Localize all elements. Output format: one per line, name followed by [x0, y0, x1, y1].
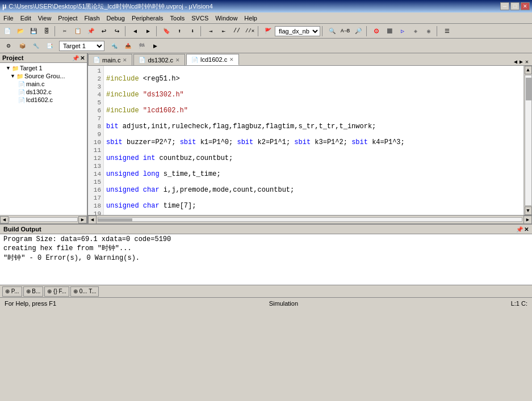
tab-lcd1602[interactable]: 📄 lcd1602.c ✕ [186, 54, 239, 65]
project-panel: Project 📌 ✕ ▼ 📁 Target 1 ▼ 📁 [0, 53, 88, 223]
target-icon7[interactable]: 🏁 [135, 40, 148, 52]
tab-close-all[interactable]: ✕ [525, 58, 529, 65]
vscroll-thumb[interactable] [526, 78, 532, 100]
scroll-left-arrow[interactable]: ◀ [0, 216, 9, 223]
tab-mainc[interactable]: 📄 main.c ✕ [88, 54, 132, 65]
bt-btn-b[interactable]: ⊕ B... [23, 286, 44, 297]
cut-button[interactable]: ✂ [58, 25, 71, 37]
titlebar-right: ─ □ ✕ [500, 2, 530, 10]
new-button[interactable]: 📄 [1, 25, 14, 37]
tree-item-main[interactable]: 📄 main.c [1, 80, 86, 88]
project-header: Project 📌 ✕ [0, 53, 87, 63]
titlebar: μ C:\Users\USER\Desktop\51黑论坛_lcd时钟\lcd时… [0, 0, 532, 12]
redo-button[interactable]: ↪ [111, 25, 123, 37]
dbg2-btn[interactable]: ◈ [409, 25, 422, 37]
nav-forward[interactable]: ▶ [142, 25, 154, 37]
target-icon8[interactable]: ▶ [149, 40, 161, 52]
target-icon4[interactable]: 📑 [43, 40, 56, 52]
tab-lcd1602-close[interactable]: ✕ [229, 57, 234, 62]
vscroll-track[interactable] [525, 75, 532, 206]
tab-ds1302[interactable]: 📄 ds1302.c ✕ [133, 54, 185, 65]
open-button[interactable]: 📂 [14, 25, 27, 37]
tree-item-target1[interactable]: ▼ 📁 Target 1 [1, 64, 86, 72]
indent-button[interactable]: ⇥ [204, 25, 217, 37]
menu-window[interactable]: Window [212, 14, 241, 23]
vscroll-down[interactable]: ▼ [525, 206, 532, 215]
menu-peripherals[interactable]: Peripherals [128, 14, 167, 23]
undo-button[interactable]: ↩ [98, 25, 110, 37]
project-pin-icon[interactable]: 📌 [72, 55, 79, 61]
hscroll-right[interactable]: ▶ [523, 216, 532, 224]
save-button[interactable]: 💾 [27, 25, 40, 37]
build-btn[interactable]: ⚙ [370, 25, 383, 37]
replace-button[interactable]: A→B [339, 25, 351, 37]
flag-combo[interactable]: flag_dx_nb [275, 26, 320, 36]
tab-mainc-icon: 📄 [93, 57, 100, 63]
target-prev[interactable]: ⚙ [2, 40, 15, 52]
nav-back[interactable]: ◀ [129, 25, 141, 37]
sep8 [437, 26, 439, 36]
vscroll-up[interactable]: ▲ [525, 66, 532, 74]
tree-item-lcd1602[interactable]: 📄 lcd1602.c [1, 96, 86, 104]
maximize-button[interactable]: □ [510, 2, 520, 10]
group-icon: 📁 [16, 73, 23, 79]
scroll-track[interactable] [9, 217, 78, 222]
menu-help[interactable]: Help [241, 14, 261, 23]
project-close-icon[interactable]: ✕ [80, 55, 85, 61]
bt-btn-f[interactable]: ⊕ {} F... [44, 286, 69, 297]
target-icon2[interactable]: 📦 [16, 40, 28, 52]
search-button2[interactable]: 🔎 [352, 25, 365, 37]
project-hscroll[interactable]: ◀ ▶ [0, 215, 87, 223]
tab-ds1302-close[interactable]: ✕ [175, 57, 180, 63]
bt-btn-p[interactable]: ⊕ P... [2, 286, 22, 297]
ds1302c-label: ds1302.c [26, 88, 52, 95]
unindent-button[interactable]: ⇤ [217, 25, 230, 37]
menu-view[interactable]: View [35, 14, 55, 23]
flag-btn[interactable]: 🚩 [262, 25, 274, 37]
hscroll-track[interactable] [98, 217, 522, 222]
menu-edit[interactable]: Edit [17, 14, 35, 23]
tree-item-ds1302[interactable]: 📄 ds1302.c [1, 88, 86, 96]
menu-flash[interactable]: Flash [81, 14, 103, 23]
tree-item-sourcegroup[interactable]: ▼ 📁 Source Grou... [1, 72, 86, 80]
minimize-button[interactable]: ─ [500, 2, 509, 10]
menu-tools[interactable]: Tools [167, 14, 188, 23]
stop-btn[interactable]: ⏹ [383, 25, 396, 37]
scroll-right-arrow[interactable]: ▶ [78, 216, 87, 223]
copy-button[interactable]: 📋 [72, 25, 84, 37]
target-icon3[interactable]: 🔧 [30, 40, 42, 52]
save-all-button[interactable]: 🗄 [40, 25, 53, 37]
paste-button[interactable]: 📌 [85, 25, 97, 37]
build-pin-icon[interactable]: 📌 [516, 226, 523, 233]
target-expand-icon: ▼ [6, 65, 11, 71]
close-button[interactable]: ✕ [521, 2, 530, 10]
menu-debug[interactable]: Debug [103, 14, 128, 23]
extra-btn[interactable]: ☰ [441, 25, 453, 37]
editor-content[interactable]: 1234567891011121314151617181920212223242… [88, 66, 532, 215]
hscroll-thumb[interactable] [98, 218, 132, 222]
tab-scroll-right[interactable]: ▶ [520, 58, 523, 65]
bt-btn-t[interactable]: ⊕ 0... T... [70, 286, 99, 297]
tab-scroll-left[interactable]: ◀ [514, 58, 517, 65]
build-close-icon[interactable]: ✕ [524, 226, 529, 233]
target-select[interactable]: Target 1 [59, 41, 104, 51]
next-bookmark[interactable]: ⬇ [186, 25, 199, 37]
comment-button[interactable]: // [231, 25, 243, 37]
code-content[interactable]: #include <reg51.h> #include "ds1302.h" #… [104, 66, 523, 215]
editor-vscroll[interactable]: ▲ ▼ [523, 66, 532, 215]
uncomment-button[interactable]: //✕ [244, 25, 256, 37]
target-icon6[interactable]: 📥 [122, 40, 134, 52]
menu-file[interactable]: File [0, 14, 17, 23]
dbg3-btn[interactable]: ◉ [422, 25, 435, 37]
find-button[interactable]: 🔍 [326, 25, 338, 37]
target-manage[interactable]: 🔩 [108, 40, 120, 52]
tab-mainc-close[interactable]: ✕ [123, 57, 127, 63]
menu-svcs[interactable]: SVCS [188, 14, 212, 23]
prev-bookmark[interactable]: ⬆ [173, 25, 186, 37]
debug-btn[interactable]: ▷ [396, 25, 409, 37]
hscroll-left[interactable]: ◀ [88, 216, 97, 224]
editor-hscroll[interactable]: ◀ ▶ [88, 215, 532, 223]
menu-project[interactable]: Project [55, 14, 81, 23]
bookmark-button[interactable]: 🔖 [160, 25, 173, 37]
build-line-3: "时钟" - 0 Error(s), 0 Warning(s). [3, 253, 529, 263]
